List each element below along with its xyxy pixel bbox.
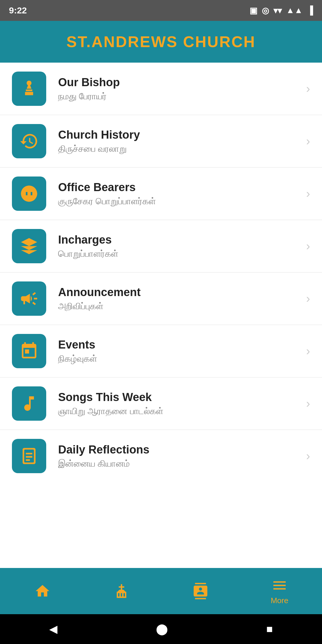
battery-icon: ▐ (307, 6, 313, 15)
office-text: Office Bearers குருசேகர பொறுப்பாளர்கள் (58, 181, 300, 207)
reflections-icon-wrap (12, 439, 46, 473)
bishop-icon (19, 79, 39, 98)
home-icon (34, 583, 51, 599)
songs-icon-wrap (12, 386, 46, 421)
menu-item-incharges[interactable]: Incharges பொறுப்பாளர்கள் › (0, 220, 322, 273)
bishop-subtitle: நமது பேராயர் (58, 91, 300, 102)
more-icon (271, 577, 288, 594)
signal-icon: ▲▲ (286, 6, 303, 15)
songs-title: Songs This Week (58, 391, 300, 404)
events-icon-wrap (12, 334, 46, 368)
notification-icon: ◎ (262, 6, 269, 16)
incharges-icon (19, 236, 39, 256)
history-icon-wrap (12, 124, 46, 158)
book-icon (19, 446, 39, 466)
more-label: More (271, 596, 288, 605)
office-chevron: › (306, 187, 310, 200)
wifi-icon: ▾▾ (273, 6, 282, 16)
menu-item-songs[interactable]: Songs This Week ஞாயிறு ஆராதனை பாடல்கள் › (0, 377, 322, 430)
office-icon (19, 184, 39, 203)
announcement-text: Announcement அறிவிப்புகள் (58, 286, 300, 312)
incharges-subtitle: பொறுப்பாளர்கள் (58, 249, 300, 259)
back-button[interactable]: ◀ (49, 623, 58, 635)
reflections-title: Daily Reflections (58, 443, 300, 456)
history-text: Church History திருச்சபை வரலாறு (58, 129, 300, 154)
status-icons: ▣ ◎ ▾▾ ▲▲ ▐ (250, 6, 313, 16)
menu-item-events[interactable]: Events நிகழ்வுகள் › (0, 325, 322, 377)
history-icon (19, 131, 39, 151)
bottom-nav: More (0, 568, 322, 614)
svg-point-1 (27, 188, 31, 193)
announcement-subtitle: அறிவிப்புகள் (58, 301, 300, 312)
reflections-subtitle: இன்னைய கியானம் (58, 459, 300, 469)
songs-chevron: › (306, 397, 310, 410)
events-subtitle: நிகழ்வுகள் (58, 354, 300, 364)
music-icon (19, 394, 39, 413)
events-chevron: › (306, 344, 310, 358)
recents-button[interactable]: ■ (266, 623, 273, 635)
events-text: Events நிகழ்வுகள் (58, 338, 300, 364)
menu-list: Our Bishop நமது பேராயர் › Church History… (0, 63, 322, 568)
sim-icon: ▣ (250, 6, 257, 16)
menu-item-church-history[interactable]: Church History திருச்சபை வரலாறு › (0, 115, 322, 168)
bishop-chevron: › (306, 82, 310, 95)
home-button[interactable]: ⬤ (156, 623, 168, 635)
menu-item-bishop[interactable]: Our Bishop நமது பேராயர் › (0, 63, 322, 115)
nav-item-church[interactable] (82, 568, 161, 614)
incharges-icon-wrap (12, 229, 46, 263)
status-bar: 9:22 ▣ ◎ ▾▾ ▲▲ ▐ (0, 0, 322, 21)
app-title: ST.ANDREWS CHURCH (6, 33, 316, 51)
android-nav: ◀ ⬤ ■ (0, 614, 322, 644)
events-icon (19, 341, 39, 361)
nav-item-contact[interactable] (161, 568, 240, 614)
announcement-icon-wrap (12, 281, 46, 316)
office-subtitle: குருசேகர பொறுப்பாளர்கள் (58, 196, 300, 207)
history-subtitle: திருச்சபை வரலாறு (58, 144, 300, 154)
church-icon (113, 583, 130, 599)
office-title: Office Bearers (58, 181, 300, 194)
incharges-title: Incharges (58, 233, 300, 246)
contact-icon (192, 583, 209, 599)
events-title: Events (58, 338, 300, 351)
menu-item-daily-reflections[interactable]: Daily Reflections இன்னைய கியானம் › (0, 430, 322, 482)
nav-item-more[interactable]: More (240, 568, 319, 614)
bishop-icon-wrap (12, 72, 46, 106)
nav-item-home[interactable] (3, 568, 82, 614)
incharges-chevron: › (306, 239, 310, 253)
app-header: ST.ANDREWS CHURCH (0, 21, 322, 63)
reflections-chevron: › (306, 449, 310, 463)
songs-text: Songs This Week ஞாயிறு ஆராதனை பாடல்கள் (58, 391, 300, 417)
history-chevron: › (306, 134, 310, 148)
bishop-title: Our Bishop (58, 76, 300, 89)
announcement-chevron: › (306, 292, 310, 305)
menu-item-announcement[interactable]: Announcement அறிவிப்புகள் › (0, 273, 322, 325)
time-display: 9:22 (9, 5, 27, 16)
announcement-title: Announcement (58, 286, 300, 299)
incharges-text: Incharges பொறுப்பாளர்கள் (58, 233, 300, 259)
history-title: Church History (58, 129, 300, 141)
menu-item-office-bearers[interactable]: Office Bearers குருசேகர பொறுப்பாளர்கள் › (0, 168, 322, 220)
reflections-text: Daily Reflections இன்னைய கியானம் (58, 443, 300, 469)
office-icon-wrap (12, 177, 46, 211)
songs-subtitle: ஞாயிறு ஆராதனை பாடல்கள் (58, 406, 300, 417)
announcement-icon (19, 289, 39, 308)
bishop-text: Our Bishop நமது பேராயர் (58, 76, 300, 102)
